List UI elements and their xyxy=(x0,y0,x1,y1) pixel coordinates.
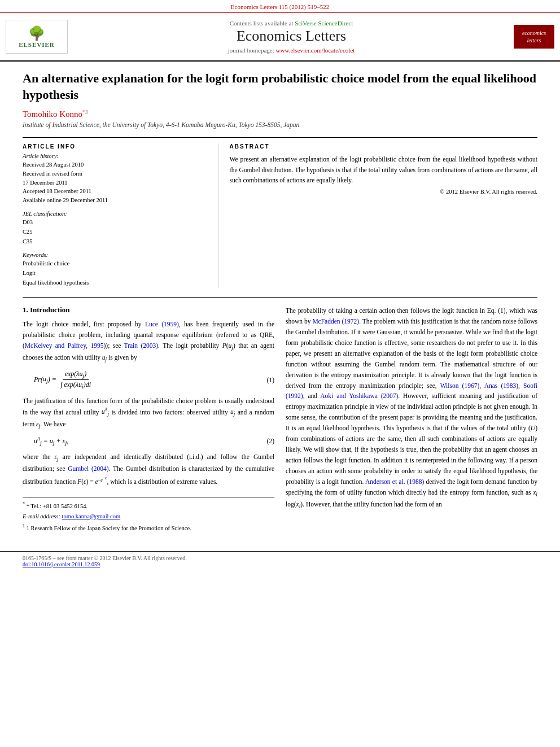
body-para2: The justification of this function form … xyxy=(23,396,274,431)
luce-cite[interactable]: Luce (1959) xyxy=(145,321,179,327)
journal-ref-text: Economics Letters 115 (2012) 519–522 xyxy=(231,3,329,10)
homepage-line: journal homepage: www.elsevier.com/locat… xyxy=(73,47,509,54)
footer-text: 0165-1765/$ – see front matter © 2012 El… xyxy=(23,555,187,561)
elsevier-wordmark: ELSEVIER xyxy=(19,41,55,48)
abstract-heading: ABSTRACT xyxy=(230,143,537,150)
formula-2-number: (2) xyxy=(267,438,274,444)
train-cite[interactable]: Train (2003) xyxy=(124,342,159,349)
section1-heading: 1. Introduction xyxy=(23,305,274,314)
formula-1-number: (1) xyxy=(267,377,274,383)
formula-1: Pr(uj) = exp(λuj) ∫ exp(λui)di (1) xyxy=(34,370,274,390)
homepage-link[interactable]: www.elsevier.com/locate/ecolet xyxy=(276,47,355,54)
anas-cite[interactable]: Anas (1983) xyxy=(484,382,518,389)
formula-1-content: Pr(uj) = exp(λuj) ∫ exp(λui)di xyxy=(34,370,93,390)
journal-header: 🌳 ELSEVIER Contents lists available at S… xyxy=(0,13,560,62)
footnote-star: * * Tel.: +81 03 5452 6154. xyxy=(23,501,274,510)
article-meta: ARTICLE INFO Article history: Received 2… xyxy=(23,137,537,288)
article-title: An alternative explanation for the logit… xyxy=(23,71,537,103)
econ-letters-badge: economics letters xyxy=(514,25,554,49)
main-content: An alternative explanation for the logit… xyxy=(0,62,560,545)
mckelvey-cite[interactable]: McKelvey and Palfrey, 1995 xyxy=(25,342,104,349)
keywords-list: Probabilistic choiceLogitEqual likelihoo… xyxy=(23,259,207,287)
body-para3: where the εj are independent and identic… xyxy=(23,452,274,488)
article-history-label: Article history: xyxy=(23,153,207,159)
aoki-cite[interactable]: Aoki and Yoshikawa (2007) xyxy=(320,392,398,399)
sciverse-line: Contents lists available at SciVerse Sci… xyxy=(73,20,509,27)
left-column: 1. Introduction The logit choice model, … xyxy=(23,305,274,534)
body-para1: The logit choice model, first proposed b… xyxy=(23,319,274,364)
anderson-cite[interactable]: Anderson et al. (1988) xyxy=(365,478,424,485)
elsevier-logo: 🌳 ELSEVIER xyxy=(6,20,73,54)
formula-2-content: uAj = uj + εj, xyxy=(34,436,68,446)
gumbel-cite[interactable]: Gumbel (2004) xyxy=(68,465,108,472)
author-affiliation: Institute of Industrial Science, the Uni… xyxy=(23,121,537,128)
abstract-block: ABSTRACT We present an alternative expla… xyxy=(218,143,537,288)
footnotes: * * Tel.: +81 03 5452 6154. E-mail addre… xyxy=(23,497,274,532)
footnote-email: E-mail address: tomo.kanna@gmail.com xyxy=(23,512,274,521)
sciverse-link[interactable]: SciVerse ScienceDirect xyxy=(295,20,353,27)
mcfadden-cite[interactable]: McFadden (1972) xyxy=(312,318,359,325)
keywords-label: Keywords: xyxy=(23,252,207,258)
author-name: Tomohiko Konno*,1 xyxy=(23,110,537,119)
article-dates: Received 28 August 2010 Received in revi… xyxy=(23,160,207,205)
journal-title-block: Contents lists available at SciVerse Sci… xyxy=(73,18,509,56)
jel-codes: D03C25C35 xyxy=(23,218,207,246)
jel-label: JEL classification: xyxy=(23,211,207,217)
article-info-heading: ARTICLE INFO xyxy=(23,143,207,150)
abstract-text: We present an alternative explanation of… xyxy=(230,154,537,185)
footnote1: 1 1 Research Fellow of the Japan Society… xyxy=(23,523,274,532)
footer-bar: 0165-1765/$ – see front matter © 2012 El… xyxy=(0,551,560,570)
right-para1: The probability of taking a certain acti… xyxy=(286,305,537,512)
doi-link[interactable]: doi:10.1016/j.econlet.2011.12.059 xyxy=(23,561,100,567)
formula-2: uAj = uj + εj, (2) xyxy=(34,436,274,446)
formula-fraction: exp(λuj) ∫ exp(λui)di xyxy=(58,370,93,390)
elsevier-tree-icon: 🌳 xyxy=(28,25,45,41)
copyright: © 2012 Elsevier B.V. All rights reserved… xyxy=(230,189,537,195)
right-column: The probability of taking a certain acti… xyxy=(286,305,537,534)
journal-name: Economics Letters xyxy=(73,28,509,45)
email-link[interactable]: tomo.kanna@gmail.com xyxy=(62,513,121,519)
author-sup: *,1 xyxy=(82,110,88,115)
article-info-column: ARTICLE INFO Article history: Received 2… xyxy=(23,143,218,288)
body-columns: 1. Introduction The logit choice model, … xyxy=(23,297,537,534)
journal-badge: economics letters xyxy=(509,25,554,49)
wilson-cite[interactable]: Wilson (1967) xyxy=(440,382,480,389)
journal-reference: Economics Letters 115 (2012) 519–522 xyxy=(0,0,560,13)
